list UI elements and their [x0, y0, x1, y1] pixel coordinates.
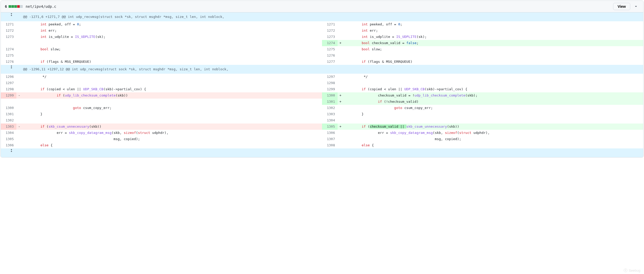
line-number-right[interactable]: 1271 — [322, 21, 338, 28]
view-button[interactable]: View — [613, 3, 630, 10]
diff-row-added: 1274 + bool checksum_valid = false; — [1, 40, 643, 46]
expand-row — [1, 148, 643, 157]
diff-row: 1300 goto csum_copy_err; 1302 goto csum_… — [1, 105, 643, 111]
diff-row: 1273 int is_udplite = IS_UDPLITE(sk); 12… — [1, 34, 643, 40]
hunk-header-row: @@ -1271,6 +1271,7 @@ int udp_recvmsg(st… — [1, 12, 643, 21]
diff-row: 1298 if (copied < ulen || UDP_SKB_CB(skb… — [1, 86, 643, 92]
hunk-header-text: @@ -1271,6 +1271,7 @@ int udp_recvmsg(st… — [22, 12, 643, 21]
minus-marker: - — [16, 124, 22, 130]
expand-icon-cell[interactable] — [1, 65, 22, 74]
code-right: int peeked, off = 0; — [343, 21, 643, 28]
file-path[interactable]: net/ipv4/udp.c — [26, 4, 56, 9]
diff-row-changed: 1299 - if (udp_lib_checksum_complete(skb… — [1, 92, 643, 99]
stat-box-del — [17, 5, 20, 8]
diff-row: 1276 if (flags & MSG_ERRQUEUE) 1277 if (… — [1, 59, 643, 65]
diff-row: 1271 int peeked, off = 0; 1271 int peeke… — [1, 21, 643, 28]
chevron-down-icon[interactable] — [633, 3, 639, 10]
diff-row: 1296 */ 1297 */ — [1, 74, 643, 80]
diff-row: 1306 else { 1308 else { — [1, 142, 643, 148]
diff-row: 1272 int err; 1272 int err; — [1, 28, 643, 34]
plus-marker: + — [338, 92, 343, 99]
plus-marker: + — [338, 40, 343, 46]
diff-stat-count: 6 — [5, 4, 7, 9]
unfold-icon — [9, 12, 14, 17]
stat-box-neutral — [20, 5, 23, 8]
diff-row-changed: 1303 - if (skb_csum_unnecessary(skb)) 13… — [1, 124, 643, 130]
stat-box-add — [9, 5, 11, 8]
diff-table: @@ -1271,6 +1271,7 @@ int udp_recvmsg(st… — [1, 12, 643, 157]
diff-row: 1304 err = skb_copy_datagram_msg(skb, si… — [1, 130, 643, 136]
code-left: int peeked, off = 0; — [22, 21, 322, 28]
hunk-header-text: @@ -1296,11 +1297,12 @@ int udp_recvmsg(… — [22, 65, 643, 74]
hunk-header-row: @@ -1296,11 +1297,12 @@ int udp_recvmsg(… — [1, 65, 643, 74]
diff-row: 1301 } 1303 } — [1, 111, 643, 117]
expand-icon-cell[interactable] — [1, 148, 22, 157]
diff-row: 1302 1304 — [1, 117, 643, 124]
plus-marker: + — [338, 124, 343, 130]
diff-row: 1275 1276 — [1, 52, 643, 59]
diff-row: 1305 msg, copied); 1307 msg, copied); — [1, 136, 643, 142]
diff-row: 1297 1298 — [1, 80, 643, 86]
diff-row: 1274 bool slow; 1275 bool slow; — [1, 46, 643, 52]
line-number-left[interactable]: 1271 — [1, 21, 16, 28]
unfold-icon — [9, 65, 14, 70]
unfold-icon — [9, 148, 14, 153]
file-header: 6 net/ipv4/udp.c View — [1, 1, 643, 12]
diff-file-container: 6 net/ipv4/udp.c View @@ -1271,6 +1271,7 — [1, 1, 643, 157]
plus-marker: + — [338, 99, 343, 105]
stat-box-add — [11, 5, 14, 8]
diff-row-added: 1301 + if (!checksum_valid) — [1, 99, 643, 105]
stat-box-add — [14, 5, 17, 8]
minus-marker: - — [16, 92, 22, 99]
diff-stat-boxes — [9, 5, 23, 8]
expand-icon-cell[interactable] — [1, 12, 22, 21]
